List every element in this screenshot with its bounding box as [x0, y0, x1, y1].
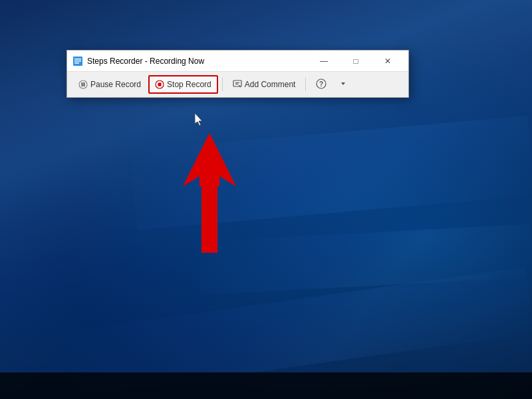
add-comment-label: Add Comment: [245, 80, 296, 89]
svg-text:?: ?: [319, 80, 323, 88]
steps-recorder-icon: [72, 56, 83, 66]
stop-icon: [155, 80, 164, 89]
window-toolbar: Pause Record Stop Record: [67, 72, 408, 97]
help-icon: ?: [316, 78, 327, 91]
svg-rect-5: [82, 82, 83, 86]
steps-recorder-window: Steps Recorder - Recording Now — □ ✕ Pau…: [66, 50, 409, 98]
help-button[interactable]: ?: [310, 75, 332, 94]
svg-rect-16: [201, 180, 217, 253]
svg-rect-9: [233, 80, 241, 86]
svg-point-4: [79, 80, 87, 88]
svg-rect-2: [74, 61, 81, 62]
stop-record-label: Stop Record: [167, 80, 211, 89]
window-controls: — □ ✕: [309, 51, 403, 72]
toolbar-separator: [222, 78, 223, 91]
pause-record-label: Pause Record: [90, 80, 141, 89]
pause-record-button[interactable]: Pause Record: [72, 75, 147, 94]
desktop: Steps Recorder - Recording Now — □ ✕ Pau…: [0, 0, 532, 399]
maximize-button[interactable]: □: [340, 51, 371, 72]
dropdown-arrow-icon: [340, 80, 346, 89]
svg-marker-17: [183, 133, 236, 186]
stop-record-button[interactable]: Stop Record: [148, 75, 218, 94]
window-titlebar: Steps Recorder - Recording Now — □ ✕: [67, 51, 408, 72]
close-button[interactable]: ✕: [372, 51, 403, 72]
annotation-arrow: [180, 133, 239, 253]
svg-rect-1: [74, 59, 81, 60]
svg-marker-15: [341, 82, 345, 85]
minimize-button[interactable]: —: [309, 51, 339, 72]
annotation-arrow-container: [180, 133, 239, 255]
window-title: Steps Recorder - Recording Now: [87, 57, 309, 66]
svg-rect-6: [84, 82, 85, 86]
add-comment-button[interactable]: Add Comment: [227, 75, 302, 94]
toolbar-separator-2: [305, 78, 306, 91]
taskbar: [0, 372, 532, 399]
svg-rect-3: [74, 63, 79, 64]
add-comment-icon: [233, 79, 242, 90]
svg-rect-8: [158, 83, 162, 86]
more-options-button[interactable]: [334, 75, 352, 94]
pause-icon: [78, 80, 88, 89]
